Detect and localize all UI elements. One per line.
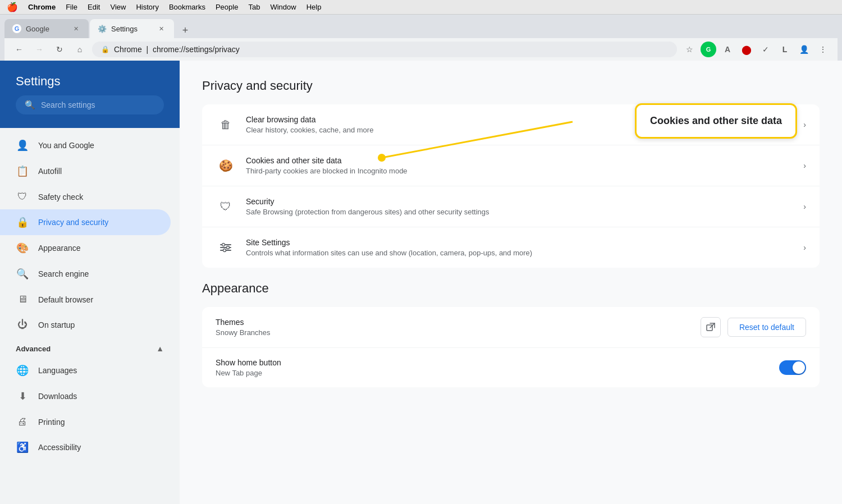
profile-icon[interactable]: 👤 — [796, 42, 812, 57]
themes-item: Themes Snowy Branches Reset to default — [202, 307, 820, 348]
security-content: Security Safe Browsing (protection from … — [246, 197, 803, 216]
cookies-title: Cookies and other site data — [246, 156, 803, 165]
sidebar-item-languages[interactable]: 🌐 Languages — [0, 358, 171, 383]
tooltip-text: Cookies and other site data — [650, 115, 782, 126]
menubar-chrome[interactable]: Chrome — [28, 3, 56, 11]
default-browser-icon: 🖥 — [16, 294, 29, 305]
svg-point-5 — [227, 246, 230, 249]
sidebar-label-safety-check: Safety check — [38, 193, 83, 201]
languages-icon: 🌐 — [16, 364, 29, 377]
sidebar-item-printing[interactable]: 🖨 Printing — [0, 409, 171, 434]
home-button[interactable]: ⌂ — [72, 42, 88, 57]
autofill-icon: 📋 — [16, 165, 29, 177]
sidebar-item-safety-check[interactable]: 🛡 Safety check — [0, 184, 171, 209]
back-button[interactable]: ← — [11, 42, 27, 57]
privacy-icon: 🔒 — [16, 216, 29, 228]
sidebar-item-accessibility[interactable]: ♿ Accessibility — [0, 434, 171, 460]
sidebar-item-default-browser[interactable]: 🖥 Default browser — [0, 287, 171, 312]
downloads-icon: ⬇ — [16, 390, 29, 402]
on-startup-icon: ⏻ — [16, 319, 29, 331]
site-settings-arrow-icon: › — [803, 243, 806, 252]
tab-settings[interactable]: ⚙️ Settings ✕ — [90, 19, 174, 38]
tab-google-close[interactable]: ✕ — [71, 24, 81, 34]
tab-google[interactable]: G Google ✕ — [4, 19, 89, 38]
sidebar-item-appearance[interactable]: 🎨 Appearance — [0, 235, 171, 261]
show-home-subtitle: New Tab page — [216, 369, 779, 377]
security-arrow-icon: › — [803, 202, 806, 211]
sidebar-item-downloads[interactable]: ⬇ Downloads — [0, 383, 171, 409]
sidebar-label-default-browser: Default browser — [38, 295, 93, 304]
sidebar-nav: 👤 You and Google 📋 Autofill 🛡 Safety che… — [0, 128, 180, 465]
menubar-tab[interactable]: Tab — [248, 3, 260, 11]
safety-check-icon: 🛡 — [16, 191, 29, 203]
lastpass-icon[interactable]: ⬤ — [739, 42, 754, 57]
svg-point-3 — [222, 244, 225, 246]
site-settings-content: Site Settings Controls what information … — [246, 238, 803, 257]
advanced-chevron-icon: ▲ — [156, 344, 164, 353]
lock-icon: 🔒 — [101, 45, 109, 53]
sidebar-label-appearance: Appearance — [38, 244, 81, 253]
menubar-bookmarks[interactable]: Bookmarks — [169, 3, 205, 11]
sidebar-item-search-engine[interactable]: 🔍 Search engine — [0, 261, 171, 287]
l-icon[interactable]: L — [777, 42, 793, 57]
address-text: Chrome | chrome://settings/privacy — [114, 45, 240, 54]
settings-favicon: ⚙️ — [98, 24, 107, 33]
menubar-help[interactable]: Help — [306, 3, 322, 11]
appearance-icon: 🎨 — [16, 242, 29, 254]
cookies-icon: 🍪 — [216, 155, 236, 176]
sidebar-label-search-engine: Search engine — [38, 269, 89, 278]
sidebar-item-privacy-security[interactable]: 🔒 Privacy and security — [0, 209, 171, 235]
menubar-edit[interactable]: Edit — [88, 3, 100, 11]
search-icon: 🔍 — [25, 100, 35, 110]
menubar-window[interactable]: Window — [270, 3, 296, 11]
search-input[interactable] — [41, 100, 155, 109]
menubar-history[interactable]: History — [136, 3, 158, 11]
themes-external-link[interactable] — [701, 317, 721, 337]
sidebar-label-accessibility: Accessibility — [38, 443, 81, 452]
search-bar[interactable]: 🔍 — [16, 95, 164, 114]
show-home-title: Show home button — [216, 358, 779, 367]
sidebar-item-on-startup[interactable]: ⏻ On startup — [0, 312, 171, 337]
svg-point-7 — [223, 249, 226, 252]
show-home-text: Show home button New Tab page — [216, 358, 779, 377]
cookies-item[interactable]: Cookies and other site data 🍪 Cookies an… — [202, 145, 820, 186]
toolbar-icons: ☆ G A ⬤ ✓ L 👤 ⋮ — [681, 42, 831, 57]
site-settings-item[interactable]: Site Settings Controls what information … — [202, 227, 820, 268]
cookies-content: Cookies and other site data Third-party … — [246, 156, 803, 175]
you-google-icon: 👤 — [16, 139, 29, 152]
sidebar-item-you-google[interactable]: 👤 You and Google — [0, 132, 171, 158]
sidebar-label-on-startup: On startup — [38, 320, 75, 329]
advanced-section-header[interactable]: Advanced ▲ — [0, 337, 180, 358]
menubar: 🍎 Chrome File Edit View History Bookmark… — [0, 0, 842, 15]
reset-to-default-button[interactable]: Reset to default — [727, 318, 806, 337]
security-subtitle: Safe Browsing (protection from dangerous… — [246, 208, 803, 216]
forward-button[interactable]: → — [31, 42, 47, 57]
sidebar-title: Settings — [16, 74, 164, 89]
menubar-people[interactable]: People — [216, 3, 238, 11]
a-icon[interactable]: A — [720, 42, 735, 57]
appearance-section-title: Appearance — [202, 281, 820, 296]
address-input[interactable]: 🔒 Chrome | chrome://settings/privacy — [92, 42, 677, 57]
appearance-card: Themes Snowy Branches Reset to default S… — [202, 307, 820, 387]
sidebar-label-privacy-security: Privacy and security — [38, 218, 108, 227]
tab-google-title: Google — [26, 25, 66, 33]
security-item[interactable]: 🛡 Security Safe Browsing (protection fro… — [202, 186, 820, 227]
clear-browsing-icon: 🗑 — [216, 114, 236, 135]
more-menu[interactable]: ⋮ — [815, 42, 831, 57]
browser-chrome: G Google ✕ ⚙️ Settings ✕ + ← → ↻ ⌂ 🔒 Chr… — [0, 15, 842, 61]
themes-title: Themes — [216, 318, 701, 327]
new-tab-button[interactable]: + — [177, 22, 193, 38]
advanced-label: Advanced — [16, 345, 51, 353]
menubar-view[interactable]: View — [110, 3, 126, 11]
menubar-file[interactable]: File — [66, 3, 77, 11]
reload-button[interactable]: ↻ — [52, 42, 67, 57]
grammarly2-icon[interactable]: ✓ — [758, 42, 774, 57]
apple-menu[interactable]: 🍎 — [7, 2, 18, 12]
site-settings-title: Site Settings — [246, 238, 803, 247]
tab-settings-close[interactable]: ✕ — [156, 24, 166, 34]
sidebar-item-autofill[interactable]: 📋 Autofill — [0, 158, 171, 184]
show-home-toggle[interactable] — [779, 360, 806, 375]
bookmark-icon[interactable]: ☆ — [681, 42, 697, 57]
grammarly-icon[interactable]: G — [701, 42, 716, 57]
sidebar-label-languages: Languages — [38, 366, 77, 375]
